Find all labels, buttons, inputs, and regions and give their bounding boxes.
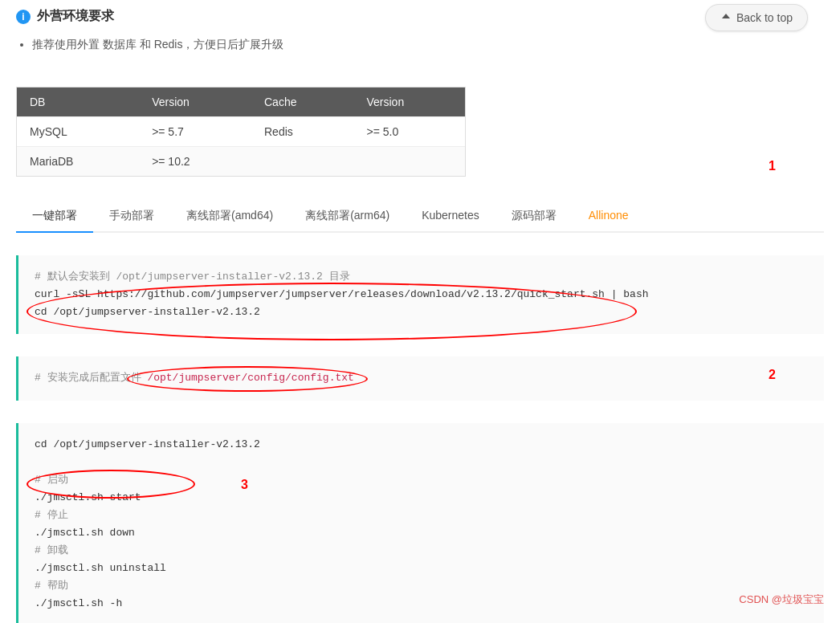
code-3-line2: ./jmsctl.sh start — [35, 491, 141, 503]
code-1-comment: # 默认会安装到 /opt/jumpserver-installer-v2.13… — [35, 271, 350, 283]
mysql-version: >= 5.7 — [139, 117, 251, 147]
code-section-3-wrapper: cd /opt/jumpserver-installer-v2.13.2 # 启… — [16, 423, 824, 623]
back-to-top-button[interactable]: Back to top — [705, 4, 808, 31]
code-1-line1: curl -sSL https://github.com/jumpserver/… — [35, 288, 649, 300]
code-3-comment4: # 帮助 — [35, 580, 68, 592]
tab-shoudong[interactable]: 手动部署 — [93, 201, 170, 233]
annotation-1: 1 — [769, 159, 776, 173]
redis-label: Redis — [251, 117, 354, 147]
code-3-line5: ./jmsctl.sh -h — [35, 597, 122, 609]
mariadb-label: MariaDB — [17, 147, 139, 177]
code-3-comment1: # 启动 — [35, 474, 68, 486]
tab-lixian-arm64[interactable]: 离线部署(arm64) — [289, 201, 406, 233]
code-3-pre: cd /opt/jumpserver-installer-v2.13.2 # 启… — [35, 436, 808, 613]
mariadb-cache-version-empty — [354, 147, 466, 177]
annotation-2: 2 — [769, 368, 776, 382]
tab-yuanma[interactable]: 源码部署 — [495, 201, 573, 233]
code-1-line2: cd /opt/jumpserver-installer-v2.13.2 — [35, 306, 260, 318]
code-3-comment2: # 停止 — [35, 509, 68, 521]
code-3-comment3: # 卸载 — [35, 544, 68, 556]
code-3-line4: ./jmsctl.sh uninstall — [35, 562, 166, 574]
col-cache-version: Version — [354, 88, 466, 117]
annotation-3: 3 — [241, 478, 248, 492]
table-row: MySQL >= 5.7 Redis >= 5.0 — [17, 117, 465, 147]
code-3-line3: ./jmsctl.sh down — [35, 527, 135, 539]
db-version-table: DB Version Cache Version MySQL >= 5.7 Re… — [16, 87, 466, 177]
col-cache: Cache — [251, 88, 354, 117]
code-section-1-wrapper: # 默认会安装到 /opt/jumpserver-installer-v2.13… — [16, 255, 824, 334]
section-header: i 外营环境要求 — [16, 8, 824, 25]
bullet-item: 推荐使用外置 数据库 和 Redis，方便日后扩展升级 — [32, 35, 824, 55]
col-db: DB — [17, 88, 139, 117]
tab-allinone[interactable]: Allinone — [573, 201, 645, 233]
mariadb-version: >= 10.2 — [139, 147, 251, 177]
code-2-pre: # 安装完成后配置文件 /opt/jumpserver/config/confi… — [35, 369, 808, 387]
tab-lixian-amd64[interactable]: 离线部署(amd64) — [170, 201, 289, 233]
tab-bar: 一键部署 手动部署 离线部署(amd64) 离线部署(arm64) Kubern… — [16, 201, 824, 233]
mariadb-cache-empty — [251, 147, 354, 177]
mysql-label: MySQL — [17, 117, 139, 147]
code-3-line1: cd /opt/jumpserver-installer-v2.13.2 — [35, 438, 260, 450]
code-section-2: # 安装完成后配置文件 /opt/jumpserver/config/confi… — [16, 356, 824, 400]
code-section-3: cd /opt/jumpserver-installer-v2.13.2 # 启… — [16, 423, 824, 623]
section-title: 外营环境要求 — [37, 8, 114, 25]
code-2-comment: # 安装完成后配置文件 /opt/jumpserver/config/confi… — [35, 372, 354, 384]
info-icon: i — [16, 10, 31, 24]
csdn-watermark: CSDN @垃圾宝宝 — [739, 592, 824, 607]
code-section-1: # 默认会安装到 /opt/jumpserver-installer-v2.13… — [16, 255, 824, 334]
tab-kubernetes[interactable]: Kubernetes — [406, 201, 495, 233]
back-to-top-label: Back to top — [736, 11, 793, 24]
table-row: MariaDB >= 10.2 — [17, 147, 465, 177]
redis-version: >= 5.0 — [354, 117, 466, 147]
bullet-list: 推荐使用外置 数据库 和 Redis，方便日后扩展升级 — [16, 35, 824, 55]
col-version: Version — [139, 88, 251, 117]
arrow-up-icon — [720, 12, 732, 23]
code-1-pre: # 默认会安装到 /opt/jumpserver-installer-v2.13… — [35, 268, 808, 321]
tab-yijian[interactable]: 一键部署 — [16, 201, 93, 233]
code-section-2-wrapper: # 安装完成后配置文件 /opt/jumpserver/config/confi… — [16, 356, 824, 400]
